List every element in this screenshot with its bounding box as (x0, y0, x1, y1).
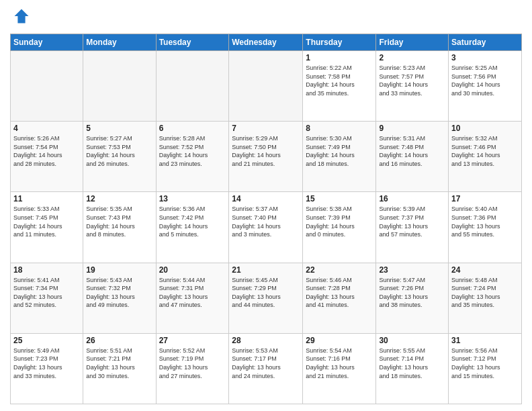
calendar-cell (11, 51, 83, 122)
day-info: Sunrise: 5:46 AMSunset: 7:28 PMDaylight:… (306, 276, 373, 310)
calendar-weekday-monday: Monday (83, 34, 156, 51)
day-info: Sunrise: 5:48 AMSunset: 7:24 PMDaylight:… (451, 276, 519, 310)
calendar-cell: 25Sunrise: 5:49 AMSunset: 7:23 PMDayligh… (11, 333, 83, 404)
day-number: 3 (451, 53, 519, 62)
calendar-cell: 26Sunrise: 5:51 AMSunset: 7:21 PMDayligh… (83, 333, 156, 404)
calendar-cell: 10Sunrise: 5:32 AMSunset: 7:46 PMDayligh… (449, 122, 522, 192)
calendar-week-row: 4Sunrise: 5:26 AMSunset: 7:54 PMDaylight… (11, 122, 522, 192)
calendar-cell: 6Sunrise: 5:28 AMSunset: 7:52 PMDaylight… (156, 122, 229, 192)
calendar-cell: 18Sunrise: 5:41 AMSunset: 7:34 PMDayligh… (11, 263, 83, 333)
calendar-cell (229, 51, 303, 122)
calendar-cell: 15Sunrise: 5:38 AMSunset: 7:39 PMDayligh… (303, 192, 376, 263)
calendar-weekday-thursday: Thursday (303, 34, 376, 51)
calendar-body: 1Sunrise: 5:22 AMSunset: 7:58 PMDaylight… (11, 51, 522, 404)
day-info: Sunrise: 5:26 AMSunset: 7:54 PMDaylight:… (13, 134, 80, 168)
day-number: 24 (451, 265, 519, 275)
day-number: 18 (13, 265, 80, 275)
svg-marker-0 (15, 9, 29, 24)
calendar-week-row: 11Sunrise: 5:33 AMSunset: 7:45 PMDayligh… (11, 192, 522, 263)
day-number: 9 (379, 124, 445, 133)
day-info: Sunrise: 5:31 AMSunset: 7:48 PMDaylight:… (379, 134, 445, 168)
day-number: 30 (379, 336, 445, 345)
calendar-cell: 17Sunrise: 5:40 AMSunset: 7:36 PMDayligh… (449, 192, 522, 263)
day-number: 20 (159, 265, 226, 275)
calendar-cell: 14Sunrise: 5:37 AMSunset: 7:40 PMDayligh… (229, 192, 303, 263)
calendar-header-row: SundayMondayTuesdayWednesdayThursdayFrid… (11, 34, 522, 51)
day-number: 23 (379, 265, 445, 275)
calendar-cell: 2Sunrise: 5:23 AMSunset: 7:57 PMDaylight… (376, 51, 449, 122)
calendar-cell: 1Sunrise: 5:22 AMSunset: 7:58 PMDaylight… (303, 51, 376, 122)
calendar-cell: 29Sunrise: 5:54 AMSunset: 7:16 PMDayligh… (303, 333, 376, 404)
calendar-cell (156, 51, 229, 122)
day-number: 28 (232, 336, 300, 345)
day-number: 1 (306, 53, 373, 62)
day-info: Sunrise: 5:52 AMSunset: 7:19 PMDaylight:… (159, 347, 226, 380)
day-number: 12 (86, 194, 152, 203)
day-info: Sunrise: 5:49 AMSunset: 7:23 PMDaylight:… (13, 347, 80, 380)
day-number: 27 (159, 336, 226, 345)
logo (10, 7, 31, 28)
day-info: Sunrise: 5:54 AMSunset: 7:16 PMDaylight:… (306, 347, 373, 380)
calendar-cell: 22Sunrise: 5:46 AMSunset: 7:28 PMDayligh… (303, 263, 376, 333)
day-info: Sunrise: 5:35 AMSunset: 7:43 PMDaylight:… (86, 205, 152, 238)
day-info: Sunrise: 5:25 AMSunset: 7:56 PMDaylight:… (451, 64, 519, 97)
day-info: Sunrise: 5:28 AMSunset: 7:52 PMDaylight:… (159, 134, 226, 168)
calendar-weekday-wednesday: Wednesday (229, 34, 303, 51)
day-info: Sunrise: 5:23 AMSunset: 7:57 PMDaylight:… (379, 64, 445, 97)
day-number: 15 (306, 194, 373, 203)
day-info: Sunrise: 5:38 AMSunset: 7:39 PMDaylight:… (306, 205, 373, 238)
calendar-cell: 20Sunrise: 5:44 AMSunset: 7:31 PMDayligh… (156, 263, 229, 333)
day-info: Sunrise: 5:22 AMSunset: 7:58 PMDaylight:… (306, 64, 373, 97)
calendar-cell: 9Sunrise: 5:31 AMSunset: 7:48 PMDaylight… (376, 122, 449, 192)
day-number: 11 (13, 194, 80, 203)
calendar-cell: 7Sunrise: 5:29 AMSunset: 7:50 PMDaylight… (229, 122, 303, 192)
calendar-cell: 12Sunrise: 5:35 AMSunset: 7:43 PMDayligh… (83, 192, 156, 263)
day-number: 19 (86, 265, 152, 275)
day-number: 2 (379, 53, 445, 62)
day-number: 6 (159, 124, 226, 133)
day-number: 14 (232, 194, 300, 203)
calendar-cell: 5Sunrise: 5:27 AMSunset: 7:53 PMDaylight… (83, 122, 156, 192)
day-number: 31 (451, 336, 519, 345)
calendar-weekday-tuesday: Tuesday (156, 34, 229, 51)
day-number: 26 (86, 336, 152, 345)
day-number: 29 (306, 336, 373, 345)
calendar-table: SundayMondayTuesdayWednesdayThursdayFrid… (10, 34, 522, 404)
day-number: 10 (451, 124, 519, 133)
calendar-cell: 31Sunrise: 5:56 AMSunset: 7:12 PMDayligh… (449, 333, 522, 404)
calendar-cell: 28Sunrise: 5:53 AMSunset: 7:17 PMDayligh… (229, 333, 303, 404)
calendar-cell (83, 51, 156, 122)
calendar-cell: 8Sunrise: 5:30 AMSunset: 7:49 PMDaylight… (303, 122, 376, 192)
calendar-cell: 23Sunrise: 5:47 AMSunset: 7:26 PMDayligh… (376, 263, 449, 333)
day-info: Sunrise: 5:44 AMSunset: 7:31 PMDaylight:… (159, 276, 226, 310)
day-number: 22 (306, 265, 373, 275)
calendar-cell: 30Sunrise: 5:55 AMSunset: 7:14 PMDayligh… (376, 333, 449, 404)
day-info: Sunrise: 5:47 AMSunset: 7:26 PMDaylight:… (379, 276, 445, 310)
day-info: Sunrise: 5:41 AMSunset: 7:34 PMDaylight:… (13, 276, 80, 310)
day-info: Sunrise: 5:55 AMSunset: 7:14 PMDaylight:… (379, 347, 445, 380)
day-info: Sunrise: 5:39 AMSunset: 7:37 PMDaylight:… (379, 205, 445, 238)
calendar-week-row: 25Sunrise: 5:49 AMSunset: 7:23 PMDayligh… (11, 333, 522, 404)
calendar-cell: 13Sunrise: 5:36 AMSunset: 7:42 PMDayligh… (156, 192, 229, 263)
calendar-weekday-saturday: Saturday (449, 34, 522, 51)
day-number: 7 (232, 124, 300, 133)
day-info: Sunrise: 5:33 AMSunset: 7:45 PMDaylight:… (13, 205, 80, 238)
day-number: 17 (451, 194, 519, 203)
day-info: Sunrise: 5:36 AMSunset: 7:42 PMDaylight:… (159, 205, 226, 238)
calendar-weekday-sunday: Sunday (11, 34, 83, 51)
calendar-cell: 11Sunrise: 5:33 AMSunset: 7:45 PMDayligh… (11, 192, 83, 263)
calendar-cell: 24Sunrise: 5:48 AMSunset: 7:24 PMDayligh… (449, 263, 522, 333)
day-info: Sunrise: 5:37 AMSunset: 7:40 PMDaylight:… (232, 205, 300, 238)
day-info: Sunrise: 5:40 AMSunset: 7:36 PMDaylight:… (451, 205, 519, 238)
day-info: Sunrise: 5:29 AMSunset: 7:50 PMDaylight:… (232, 134, 300, 168)
logo-icon (12, 7, 31, 26)
page-header (10, 7, 522, 28)
calendar-cell: 27Sunrise: 5:52 AMSunset: 7:19 PMDayligh… (156, 333, 229, 404)
calendar-week-row: 1Sunrise: 5:22 AMSunset: 7:58 PMDaylight… (11, 51, 522, 122)
day-number: 21 (232, 265, 300, 275)
day-number: 4 (13, 124, 80, 133)
day-info: Sunrise: 5:43 AMSunset: 7:32 PMDaylight:… (86, 276, 152, 310)
calendar-cell: 16Sunrise: 5:39 AMSunset: 7:37 PMDayligh… (376, 192, 449, 263)
day-number: 25 (13, 336, 80, 345)
calendar-cell: 3Sunrise: 5:25 AMSunset: 7:56 PMDaylight… (449, 51, 522, 122)
